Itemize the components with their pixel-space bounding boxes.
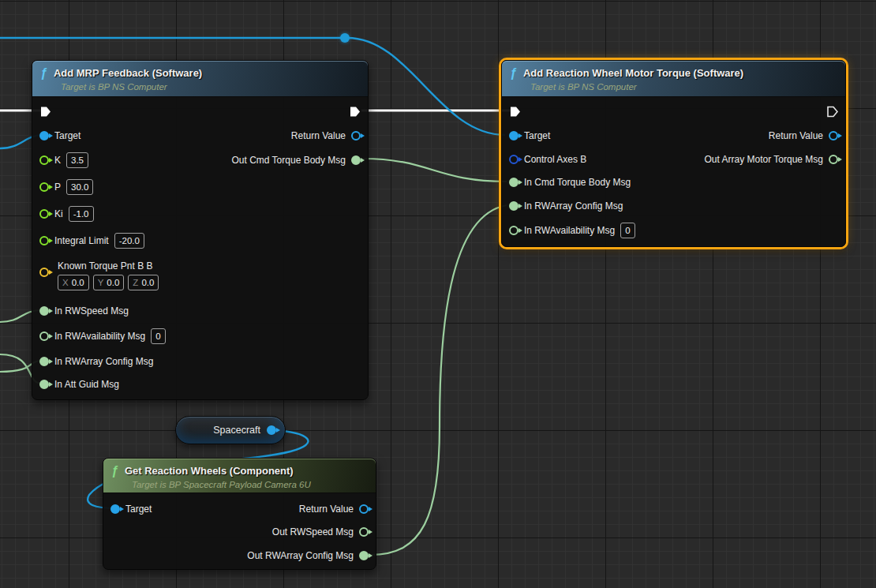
exec-in-pin[interactable]	[509, 106, 521, 118]
function-icon: ƒ	[510, 66, 517, 80]
pin-label: In RWAvailability Msg	[524, 225, 615, 236]
axis-value: 0.0	[141, 278, 154, 287]
pin-label: In RWArray Config Msg	[524, 200, 623, 212]
in-rwavailability-input[interactable]: 0	[151, 328, 165, 344]
wire-mint-getrw-to-addrw	[371, 205, 507, 555]
node-title: Get Reaction Wheels (Component)	[125, 465, 294, 477]
k-pin[interactable]	[39, 155, 49, 165]
pin-label: Target	[125, 504, 152, 515]
reroute-node[interactable]	[340, 33, 350, 43]
in-rwavailability-pin[interactable]	[39, 331, 49, 341]
pin-label: Integral Limit	[54, 235, 109, 246]
pin-label: Ki	[54, 208, 63, 219]
pin-label: K	[54, 155, 61, 166]
node-get-reaction-wheels[interactable]: ƒGet Reaction Wheels (Component) Target …	[103, 458, 376, 570]
out-array-motor-torque-pin[interactable]	[829, 155, 838, 164]
node-header[interactable]: ƒGet Reaction Wheels (Component) Target …	[103, 459, 376, 493]
node-subtitle: Target is BP NS Computer	[61, 82, 360, 92]
node-title: Add Reaction Wheel Motor Torque (Softwar…	[523, 67, 743, 79]
return-value-pin[interactable]	[351, 131, 361, 140]
p-value-input[interactable]: 30.0	[66, 179, 93, 195]
exec-in-pin[interactable]	[39, 106, 51, 118]
out-cmd-torque-pin[interactable]	[351, 155, 361, 165]
node-header[interactable]: ƒAdd Reaction Wheel Motor Torque (Softwa…	[502, 61, 845, 97]
axis-label: Z	[133, 278, 138, 287]
pin-label: Return Value	[299, 504, 354, 515]
axis-value: 0.0	[107, 278, 119, 287]
axis-label: Y	[98, 278, 104, 287]
in-att-guid-pin[interactable]	[39, 380, 49, 389]
p-pin[interactable]	[39, 182, 49, 192]
in-rwarray-pin[interactable]	[39, 357, 49, 366]
pin-label: Return Value	[291, 130, 346, 141]
spacecraft-output-pin[interactable]	[267, 425, 276, 435]
wire-mint-outcmd-to-incmd	[362, 159, 507, 182]
pin-label: Known Torque Pnt B B	[58, 260, 153, 272]
pin-label: Out RWArray Config Msg	[247, 550, 354, 561]
target-pin[interactable]	[110, 504, 120, 514]
known-torque-x-input[interactable]: X0.0	[58, 275, 89, 290]
in-cmd-torque-pin[interactable]	[509, 178, 518, 187]
k-value-input[interactable]: 3.5	[66, 152, 88, 168]
blueprint-graph-canvas[interactable]: ƒAdd MRP Feedback (Software) Target is B…	[0, 0, 876, 588]
known-torque-z-input[interactable]: Z0.0	[128, 275, 159, 290]
node-subtitle: Target is BP NS Computer	[530, 82, 837, 92]
function-icon: ƒ	[111, 464, 118, 478]
axis-label: X	[62, 278, 69, 287]
pin-label: Out Cmd Torque Body Msg	[231, 155, 346, 166]
return-value-pin[interactable]	[359, 504, 369, 514]
pin-label: In Att Guid Msg	[54, 379, 119, 390]
integral-limit-pin[interactable]	[39, 236, 49, 245]
pin-label: Return Value	[769, 130, 823, 141]
pin-label: In RWArray Config Msg	[54, 356, 153, 367]
axis-value: 0.0	[72, 278, 84, 287]
exec-out-pin[interactable]	[826, 106, 838, 118]
variable-label: Spacecraft	[213, 425, 260, 436]
node-add-reaction-wheel-motor-torque[interactable]: ƒAdd Reaction Wheel Motor Torque (Softwa…	[501, 60, 846, 247]
out-rwarray-pin[interactable]	[359, 551, 369, 560]
in-rwarray-pin[interactable]	[509, 201, 518, 211]
node-add-mrp-feedback[interactable]: ƒAdd MRP Feedback (Software) Target is B…	[32, 60, 369, 400]
wire-blue-reroute-to-addrw-target	[347, 38, 505, 135]
in-rwspeed-pin[interactable]	[39, 306, 49, 316]
pin-label: In RWSpeed Msg	[54, 305, 129, 316]
target-pin[interactable]	[509, 131, 518, 140]
known-torque-y-input[interactable]: Y0.0	[93, 275, 125, 290]
pin-label: In RWAvailability Msg	[54, 331, 145, 342]
node-spacecraft-variable[interactable]: Spacecraft	[175, 416, 286, 444]
exec-out-pin[interactable]	[349, 106, 361, 118]
return-value-pin[interactable]	[829, 131, 838, 140]
known-torque-pin[interactable]	[39, 268, 49, 277]
ki-value-input[interactable]: -1.0	[69, 206, 94, 222]
integral-limit-value-input[interactable]: -20.0	[114, 233, 144, 249]
target-pin[interactable]	[39, 131, 49, 140]
pin-label: Target	[524, 130, 550, 141]
out-rwspeed-pin[interactable]	[359, 527, 369, 537]
in-rwavailability-pin[interactable]	[509, 226, 518, 235]
control-axes-b-pin[interactable]	[509, 155, 518, 164]
node-header[interactable]: ƒAdd MRP Feedback (Software) Target is B…	[32, 61, 368, 97]
function-icon: ƒ	[40, 66, 47, 80]
pin-label: P	[54, 182, 61, 193]
pin-label: Target	[54, 130, 80, 141]
ki-pin[interactable]	[39, 209, 49, 219]
node-title: Add MRP Feedback (Software)	[54, 67, 202, 79]
pin-label: Out RWSpeed Msg	[272, 526, 354, 537]
in-rwavailability-input[interactable]: 0	[620, 223, 635, 238]
node-subtitle: Target is BP Spacecraft Payload Camera 6…	[132, 480, 368, 489]
pin-label: Out Array Motor Torque Msg	[704, 154, 823, 165]
pin-label: In Cmd Torque Body Msg	[524, 177, 631, 188]
pin-label: Control Axes B	[524, 154, 586, 165]
